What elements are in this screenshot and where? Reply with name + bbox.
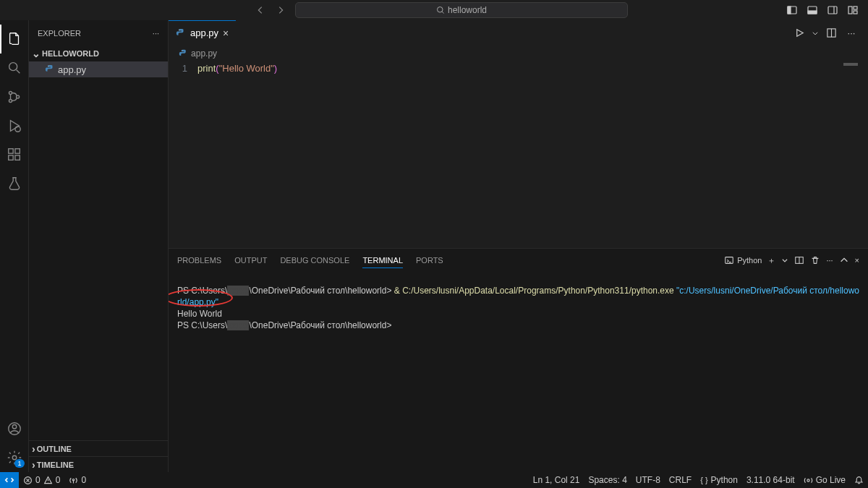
search-placeholder: helloworld bbox=[448, 5, 487, 15]
svg-rect-17 bbox=[14, 149, 19, 153]
terminal-output[interactable]: PS C:\Users\xxxxx\OneDrive\Рабочий стол\… bbox=[169, 272, 868, 472]
status-indent[interactable]: Spaces: 4 bbox=[584, 472, 631, 488]
activity-debug[interactable] bbox=[0, 111, 29, 140]
minimap[interactable] bbox=[843, 61, 858, 69]
status-lncol[interactable]: Ln 1, Col 21 bbox=[529, 472, 584, 488]
panel-close-icon[interactable]: × bbox=[855, 256, 859, 265]
code-line-1: 1 print("Hello World") bbox=[169, 63, 868, 74]
status-language[interactable]: { } Python bbox=[696, 472, 742, 488]
toggle-primary-sidebar-icon[interactable] bbox=[783, 1, 801, 19]
status-encoding[interactable]: UTF-8 bbox=[631, 472, 665, 488]
python-file-icon bbox=[45, 64, 55, 74]
tab-label: app.py bbox=[190, 27, 218, 38]
file-item-app-py[interactable]: app.py bbox=[29, 61, 168, 77]
tab-app-py[interactable]: app.py × bbox=[169, 20, 236, 46]
panel-tab-terminal[interactable]: TERMINAL bbox=[362, 253, 403, 268]
status-problems[interactable]: 0 0 bbox=[19, 472, 64, 488]
bell-icon bbox=[854, 476, 864, 485]
panel-tab-output[interactable]: OUTPUT bbox=[234, 253, 267, 267]
editor-tabs: app.py × ··· bbox=[169, 20, 868, 46]
redacted-text: xxxxx bbox=[227, 286, 249, 296]
customize-layout-icon[interactable] bbox=[843, 1, 862, 19]
status-interpreter[interactable]: 3.11.0 64-bit bbox=[742, 472, 799, 488]
svg-point-22 bbox=[179, 29, 179, 30]
activity-manage[interactable]: 1 bbox=[0, 443, 29, 472]
timeline-label: TIMELINE bbox=[37, 461, 74, 469]
split-terminal-icon[interactable] bbox=[794, 255, 804, 265]
title-bar: helloworld bbox=[0, 0, 868, 20]
svg-point-9 bbox=[9, 63, 17, 71]
activity-extensions[interactable] bbox=[0, 140, 29, 169]
svg-point-13 bbox=[14, 127, 20, 132]
python-file-icon bbox=[176, 28, 186, 38]
nav-forward-icon[interactable] bbox=[272, 1, 289, 19]
status-ports[interactable]: 0 bbox=[64, 472, 90, 488]
editor-more-icon[interactable]: ··· bbox=[843, 25, 859, 41]
activity-accounts[interactable] bbox=[0, 414, 29, 443]
chevron-down-icon: ⌄ bbox=[32, 48, 41, 59]
tab-close-icon[interactable]: × bbox=[223, 27, 229, 39]
panel-tabs: PROBLEMS OUTPUT DEBUG CONSOLE TERMINAL P… bbox=[169, 249, 868, 272]
folder-name: HELLOWORLD bbox=[42, 49, 99, 58]
split-editor-icon[interactable] bbox=[823, 25, 839, 41]
kill-terminal-icon[interactable] bbox=[810, 255, 820, 265]
status-eol[interactable]: CRLF bbox=[665, 472, 696, 488]
breadcrumb[interactable]: app.py bbox=[169, 46, 868, 61]
run-button[interactable] bbox=[791, 25, 807, 41]
broadcast-icon bbox=[804, 476, 813, 485]
chevron-right-icon: › bbox=[32, 443, 35, 455]
timeline-section[interactable]: › TIMELINE bbox=[29, 456, 168, 472]
svg-rect-14 bbox=[8, 149, 12, 153]
search-icon bbox=[436, 6, 445, 14]
remote-button[interactable] bbox=[0, 472, 19, 488]
status-notifications[interactable] bbox=[850, 472, 868, 488]
explorer-sidebar: EXPLORER ··· ⌄ HELLOWORLD app.py › OUTLI… bbox=[29, 20, 169, 472]
activity-scm[interactable] bbox=[0, 82, 29, 111]
editor-actions: ··· bbox=[791, 20, 868, 46]
svg-rect-5 bbox=[828, 7, 837, 14]
status-bar: 0 0 0 Ln 1, Col 21 Spaces: 4 UTF-8 CRLF … bbox=[0, 472, 868, 488]
new-terminal-icon[interactable]: ＋ bbox=[767, 255, 775, 266]
svg-point-12 bbox=[16, 95, 19, 98]
outline-section[interactable]: › OUTLINE bbox=[29, 440, 168, 456]
svg-point-20 bbox=[12, 455, 17, 460]
activity-bar: 1 bbox=[0, 20, 29, 472]
manage-badge: 1 bbox=[14, 459, 24, 468]
warning-icon bbox=[43, 476, 53, 485]
terminal-dropdown-icon[interactable] bbox=[781, 257, 788, 264]
breadcrumb-file: app.py bbox=[191, 48, 217, 59]
braces-icon: { } bbox=[700, 476, 707, 484]
code-editor[interactable]: 1 print("Hello World") bbox=[169, 61, 868, 248]
toggle-secondary-sidebar-icon[interactable] bbox=[823, 1, 842, 19]
svg-rect-2 bbox=[788, 7, 791, 14]
antenna-icon bbox=[69, 476, 78, 485]
line-number: 1 bbox=[169, 63, 197, 74]
terminal-shell-label[interactable]: Python bbox=[724, 255, 762, 265]
svg-point-0 bbox=[437, 7, 443, 13]
folder-section[interactable]: ⌄ HELLOWORLD bbox=[29, 46, 168, 61]
panel-chevron-up-icon[interactable] bbox=[839, 255, 849, 265]
svg-rect-4 bbox=[808, 11, 817, 14]
status-golive[interactable]: Go Live bbox=[799, 472, 850, 488]
run-dropdown-icon[interactable] bbox=[812, 25, 819, 41]
chevron-right-icon: › bbox=[32, 459, 35, 471]
remote-icon bbox=[4, 475, 14, 485]
panel-tab-ports[interactable]: PORTS bbox=[416, 253, 443, 267]
panel-tab-debug[interactable]: DEBUG CONSOLE bbox=[280, 253, 349, 267]
svg-point-11 bbox=[9, 99, 12, 102]
activity-explorer[interactable] bbox=[0, 25, 29, 53]
svg-rect-16 bbox=[14, 155, 19, 160]
nav-back-icon[interactable] bbox=[252, 1, 269, 19]
command-center-search[interactable]: helloworld bbox=[295, 2, 628, 18]
activity-search[interactable] bbox=[0, 53, 29, 82]
panel-more-icon[interactable]: ··· bbox=[826, 256, 833, 265]
svg-rect-8 bbox=[854, 11, 857, 14]
nav-buttons bbox=[252, 1, 289, 19]
explorer-more-icon[interactable]: ··· bbox=[153, 29, 159, 38]
terminal-output-hello: Hello World bbox=[177, 309, 222, 319]
toggle-panel-icon[interactable] bbox=[803, 1, 822, 19]
svg-point-21 bbox=[48, 66, 48, 67]
panel-tab-problems[interactable]: PROBLEMS bbox=[177, 253, 221, 267]
activity-testing[interactable] bbox=[0, 169, 29, 198]
bottom-panel: PROBLEMS OUTPUT DEBUG CONSOLE TERMINAL P… bbox=[169, 248, 868, 472]
